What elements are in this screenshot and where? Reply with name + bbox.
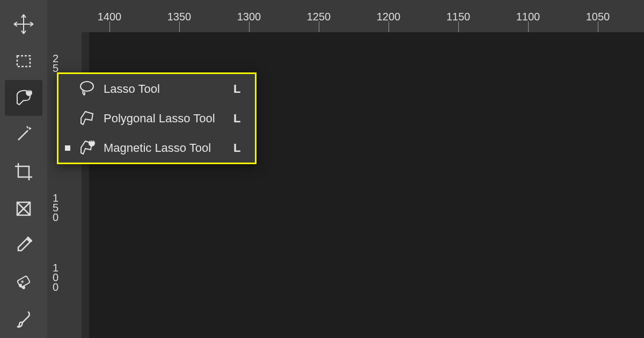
crop-icon (12, 160, 35, 183)
move-icon (12, 12, 35, 36)
tools-panel (0, 0, 47, 338)
flyout-shortcut: L (233, 82, 255, 96)
flyout-label: Polygonal Lasso Tool (104, 112, 233, 126)
flyout-selected-marker (65, 86, 70, 92)
flyout-label: Magnetic Lasso Tool (104, 141, 233, 155)
magnetic-lasso-icon (12, 86, 35, 110)
eyedropper-tool[interactable] (5, 227, 42, 263)
lasso-icon (77, 79, 97, 99)
flyout-item-lasso[interactable]: Lasso Tool L (58, 74, 255, 104)
svg-point-5 (23, 286, 25, 289)
healing-brush-tool[interactable] (5, 264, 42, 300)
lasso-tool[interactable] (5, 80, 42, 116)
marquee-tool[interactable] (5, 43, 42, 79)
frame-icon (12, 197, 35, 221)
crop-tool[interactable] (5, 154, 42, 190)
flyout-item-polygonal-lasso[interactable]: Polygonal Lasso Tool L (58, 104, 255, 133)
ruler-v-label: 25 (53, 54, 58, 73)
svg-point-6 (80, 82, 93, 91)
magic-wand-tool[interactable] (5, 117, 42, 153)
flyout-shortcut: L (233, 112, 255, 126)
marquee-icon (12, 49, 35, 73)
frame-tool[interactable] (5, 190, 42, 226)
polygonal-lasso-icon (77, 108, 97, 129)
svg-rect-0 (17, 56, 30, 67)
magnetic-lasso-icon (77, 138, 97, 158)
brush-tool[interactable] (5, 301, 42, 337)
ruler-v-label: 100 (53, 263, 58, 292)
svg-point-4 (19, 284, 21, 286)
ruler-h-ticks: 1400 1350 1300 1250 1200 1150 1100 1050 (47, 0, 644, 32)
flyout-selected-marker (65, 116, 70, 121)
healing-brush-icon (12, 270, 35, 294)
lasso-tool-flyout: Lasso Tool L Polygonal Lasso Tool L Magn… (57, 72, 257, 164)
flyout-label: Lasso Tool (104, 82, 233, 96)
flyout-item-magnetic-lasso[interactable]: Magnetic Lasso Tool L (58, 133, 255, 163)
svg-point-7 (89, 141, 94, 146)
svg-point-1 (26, 90, 32, 95)
flyout-selected-marker (65, 145, 70, 151)
move-tool[interactable] (5, 6, 42, 42)
flyout-shortcut: L (233, 141, 255, 155)
magic-wand-icon (12, 123, 35, 146)
brush-icon (12, 307, 35, 331)
ruler-v-label: 150 (53, 193, 58, 222)
eyedropper-icon (12, 233, 35, 257)
ruler-horizontal[interactable]: 1400 1350 1300 1250 1200 1150 1100 1050 (47, 0, 644, 32)
